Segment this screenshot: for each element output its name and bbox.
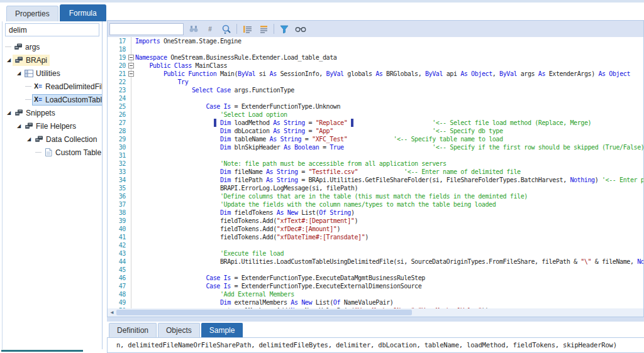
fold-margin (128, 111, 135, 119)
namespace-icon (34, 135, 43, 144)
tree-item-custom-table-lo[interactable]: Custom Table Lo (3, 146, 102, 159)
bottom-tabs: Definition Objects Sample (109, 323, 243, 337)
line-number: 28 (108, 127, 128, 135)
code-line-31: 31 (108, 151, 643, 160)
fold-margin (128, 119, 135, 127)
tree-search-input[interactable] (5, 23, 99, 36)
tab-properties[interactable]: Properties (6, 6, 58, 21)
window-edge-artifact (1, 350, 83, 352)
fold-margin (128, 160, 135, 168)
line-number: 26 (108, 111, 128, 119)
expander-icon[interactable]: ◢ (15, 70, 23, 76)
tree-item-label: Data Collection (46, 135, 97, 144)
line-number: 19 (108, 53, 128, 62)
expander-icon[interactable]: ◢ (25, 136, 33, 142)
tree-item-label: ReadDelimitedFileTa (45, 82, 102, 91)
line-number: 44 (108, 258, 128, 266)
fold-margin[interactable] (128, 70, 135, 78)
table-icon (24, 69, 33, 78)
expander-icon[interactable]: ◢ (5, 57, 13, 63)
fold-margin (128, 266, 135, 274)
glasses-icon[interactable] (294, 23, 307, 35)
expander-icon[interactable]: ◢ (15, 123, 23, 129)
line-number: 38 (108, 209, 128, 217)
code-line-30: 30 Dim blnSkipHeader As Boolean = True '… (108, 143, 643, 151)
horizontal-scrollbar[interactable]: ◄ (108, 308, 643, 317)
code-line-43: 43 'Execute file load (108, 249, 643, 258)
tree-item-label: args (25, 43, 40, 52)
line-number: 34 (108, 176, 128, 184)
fold-margin[interactable] (128, 53, 135, 62)
panel-splitter[interactable] (107, 317, 644, 322)
method-icon: X= (33, 95, 43, 104)
code-line-36: 36 'Define columns that are in the table… (108, 192, 643, 200)
collapse-box-icon[interactable] (128, 71, 134, 77)
fold-margin (128, 241, 135, 249)
scrollbar-thumb[interactable] (116, 310, 412, 315)
fold-margin (128, 184, 135, 192)
code-line-21: 21 Public Function Main(ByVal si As Sess… (108, 70, 643, 78)
tree-item-loadcustomtableu[interactable]: X=LoadCustomTableU (3, 93, 102, 106)
namespace-icon (14, 56, 23, 65)
tree-item-brapi[interactable]: ◢BRApi (3, 53, 102, 67)
line-number: 33 (108, 168, 128, 176)
document-icon (43, 148, 53, 157)
tree-item-args[interactable]: args (3, 40, 102, 53)
fold-margin (128, 282, 135, 290)
tree-connector (35, 152, 42, 153)
tab-objects[interactable]: Objects (158, 323, 200, 337)
toolbar-separator (274, 24, 274, 34)
tree-item-file-helpers[interactable]: ◢File Helpers (3, 119, 102, 133)
fold-margin (128, 86, 135, 94)
fold-margin (128, 135, 135, 143)
line-number-icon[interactable]: # (204, 23, 216, 35)
fold-margin (128, 127, 135, 135)
code-line-22: 22 Try (108, 78, 643, 86)
indent-icon[interactable] (241, 23, 253, 35)
fold-margin (128, 176, 135, 184)
namespace-icon (14, 109, 23, 117)
tree-item-utilities[interactable]: ◢Utilities (3, 67, 102, 80)
collapse-box-icon[interactable] (128, 63, 134, 68)
code-line-27: 27 Dim loadMethod As String = "Replace" … (108, 119, 643, 127)
line-number: 20 (108, 62, 128, 70)
outdent-icon[interactable] (257, 23, 270, 35)
line-number: 49 (108, 298, 128, 307)
find-binoculars-icon[interactable] (187, 23, 200, 35)
tree-item-readdelimitedfileta[interactable]: X=ReadDelimitedFileTa (3, 80, 102, 93)
tab-formula[interactable]: Formula (60, 4, 106, 21)
editor-search-input[interactable] (109, 23, 184, 35)
line-number: 47 (108, 282, 128, 290)
line-number: 18 (108, 45, 128, 53)
code-editor[interactable]: 17Imports OneStream.Stage.Engine1819Name… (108, 37, 643, 308)
line-number: 31 (108, 151, 128, 160)
code-line-17: 17Imports OneStream.Stage.Engine (108, 37, 643, 45)
tab-sample[interactable]: Sample (201, 323, 243, 337)
collapse-box-icon[interactable] (128, 55, 134, 60)
tree-item-label: Custom Table Lo (55, 148, 102, 157)
tree-connector (25, 99, 31, 100)
line-number: 37 (108, 200, 128, 209)
code-line-42: 42 (108, 241, 643, 249)
code-line-44: 44 BRApi.Utilities.LoadCustomTableUsingD… (108, 258, 643, 266)
code-line-32: 32 'Note: file path must be accessible f… (108, 160, 643, 168)
code-line-28: 28 Dim dbLocation As String = "App" '<--… (108, 127, 643, 135)
scroll-left-arrow-icon[interactable]: ◄ (108, 310, 116, 315)
namespace-icon (24, 122, 33, 131)
tree-item-snippets[interactable]: ◢Snippets (3, 106, 102, 119)
tree-item-data-collection[interactable]: ◢Data Collection (3, 133, 102, 146)
fold-margin (128, 143, 135, 151)
tree-item-label: File Helpers (36, 122, 76, 131)
line-number: 25 (108, 102, 128, 111)
zoom-search-icon[interactable] (220, 23, 233, 35)
line-number: 45 (108, 266, 128, 274)
tree-item-label: Snippets (26, 109, 55, 117)
line-number: 35 (108, 184, 128, 192)
object-tree: args◢BRApi◢UtilitiesX=ReadDelimitedFileT… (3, 40, 102, 349)
expander-icon[interactable]: ◢ (5, 110, 13, 116)
filter-icon[interactable] (278, 23, 291, 35)
fold-margin[interactable] (128, 62, 135, 70)
tab-definition[interactable]: Definition (109, 323, 157, 337)
fold-margin (128, 200, 135, 209)
fold-margin (128, 290, 135, 298)
